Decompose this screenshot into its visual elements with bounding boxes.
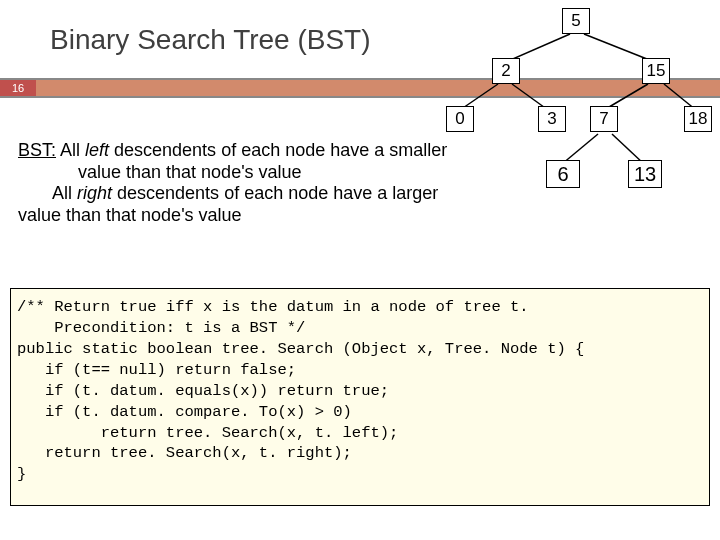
desc-t4: All bbox=[18, 183, 77, 203]
desc-bst-label: BST: bbox=[18, 140, 56, 160]
desc-t1: All bbox=[56, 140, 85, 160]
tree-node-3: 3 bbox=[538, 106, 566, 132]
tree-node-2: 2 bbox=[492, 58, 520, 84]
page-title: Binary Search Tree (BST) bbox=[50, 24, 371, 56]
code-line-7: return tree. Search(x, t. left); bbox=[17, 424, 398, 442]
code-line-3: public static boolean tree. Search (Obje… bbox=[17, 340, 584, 358]
tree-node-15: 15 bbox=[642, 58, 670, 84]
desc-t2: descendents of each node have a smaller bbox=[109, 140, 447, 160]
tree-node-5: 5 bbox=[562, 8, 590, 34]
desc-t3: value than that node's value bbox=[18, 162, 302, 182]
slide: Binary Search Tree (BST) 16 5 2 15 0 3 7… bbox=[0, 0, 720, 540]
tree-node-18: 18 bbox=[684, 106, 712, 132]
code-line-1: /** Return true iff x is the datum in a … bbox=[17, 298, 529, 316]
desc-left-italic: left bbox=[85, 140, 109, 160]
page-number: 16 bbox=[0, 80, 36, 96]
code-line-5: if (t. datum. equals(x)) return true; bbox=[17, 382, 389, 400]
bst-description: BST: All left descendents of each node h… bbox=[18, 140, 468, 226]
code-line-4: if (t== null) return false; bbox=[17, 361, 296, 379]
code-box: /** Return true iff x is the datum in a … bbox=[10, 288, 710, 506]
code-line-9: } bbox=[17, 465, 26, 483]
tree-node-13: 13 bbox=[628, 160, 662, 188]
code-line-8: return tree. Search(x, t. right); bbox=[17, 444, 352, 462]
code-line-2: Precondition: t is a BST */ bbox=[17, 319, 305, 337]
svg-line-0 bbox=[508, 34, 570, 61]
svg-line-1 bbox=[584, 34, 652, 61]
tree-node-0: 0 bbox=[446, 106, 474, 132]
code-line-6: if (t. datum. compare. To(x) > 0) bbox=[17, 403, 352, 421]
tree-node-6: 6 bbox=[546, 160, 580, 188]
tree-node-7: 7 bbox=[590, 106, 618, 132]
desc-right-italic: right bbox=[77, 183, 112, 203]
